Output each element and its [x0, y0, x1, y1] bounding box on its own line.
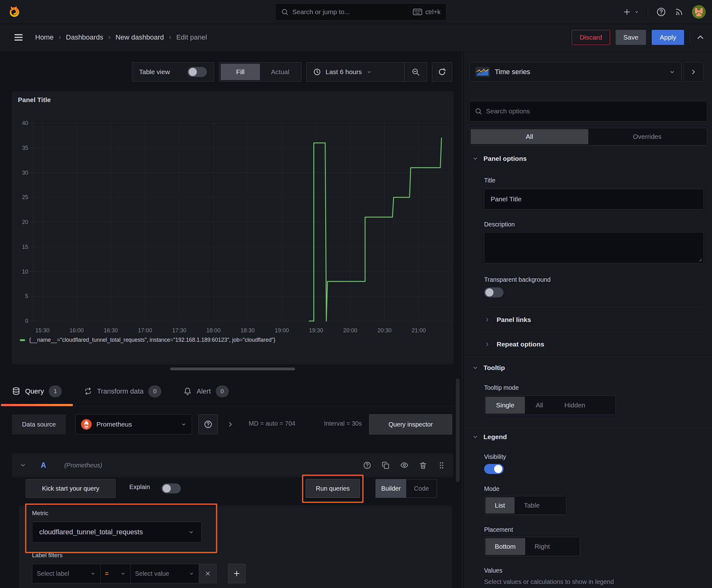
add-new-button[interactable] [623, 7, 640, 16]
explain-toggle[interactable] [161, 483, 181, 493]
fill-option[interactable]: Fill [221, 64, 260, 80]
tab-all-options[interactable]: All [471, 129, 588, 144]
collapse-options-button[interactable] [696, 33, 705, 42]
run-queries-button[interactable]: Run queries [306, 479, 360, 498]
panel-options-pane: Time series All Overrides Panel options … [464, 51, 712, 588]
repeat-options-label: Repeat options [497, 340, 544, 348]
legend-section-header[interactable]: Legend [472, 433, 507, 441]
query-row-actions [363, 461, 446, 469]
global-search-box[interactable]: ctrl+k [275, 3, 447, 21]
editor-tabs: Query 1 Transform data 0 Alert 0 [0, 377, 462, 406]
legend-mode-list-option[interactable]: List [486, 497, 515, 513]
query-collapse-button[interactable] [19, 462, 26, 469]
tooltip-hidden-option[interactable]: Hidden [554, 397, 596, 414]
breadcrumb-new-dashboard[interactable]: New dashboard [115, 33, 164, 41]
drag-handle-icon[interactable] [437, 461, 446, 469]
grafana-logo-icon[interactable] [7, 5, 21, 19]
tab-query[interactable]: Query 1 [1, 377, 73, 406]
discard-button[interactable]: Discard [572, 30, 610, 45]
tooltip-all-option[interactable]: All [525, 397, 554, 414]
search-shortcut-label: ctrl+k [425, 8, 440, 16]
legend-values-help: Select values or calculations to show in… [484, 578, 614, 586]
select-value-placeholder: Select value [135, 570, 186, 577]
placement-bottom-option[interactable]: Bottom [486, 538, 525, 555]
legend-header-label: Legend [483, 433, 507, 441]
toggle-visibility-eye-icon[interactable] [400, 461, 409, 469]
breadcrumb-dashboards[interactable]: Dashboards [66, 33, 103, 41]
query-ref-id[interactable]: A [41, 461, 46, 469]
chevron-down-icon [90, 571, 96, 576]
panel-resize-handle[interactable] [170, 368, 295, 370]
builder-option[interactable]: Builder [376, 479, 406, 498]
code-option[interactable]: Code [406, 479, 437, 498]
svg-text:15:30: 15:30 [36, 327, 50, 334]
options-search-box[interactable] [469, 101, 707, 122]
tooltip-section-header[interactable]: Tooltip [472, 364, 505, 372]
legend-placement-switch: Bottom Right [484, 537, 580, 556]
breadcrumb-separator-icon: › [59, 33, 61, 41]
zoom-out-time-button[interactable] [405, 63, 427, 81]
panel-links-section[interactable]: Panel links [484, 312, 531, 328]
query-options-interval[interactable]: Interval = 30s [324, 420, 362, 427]
legend-mode-table-option[interactable]: Table [515, 497, 549, 513]
select-label-dropdown[interactable]: Select label [32, 564, 101, 583]
time-range-picker[interactable]: Last 6 hours [307, 68, 404, 76]
repeat-options-section[interactable]: Repeat options [484, 336, 544, 352]
help-button[interactable] [656, 7, 666, 17]
apply-button[interactable]: Apply [652, 30, 684, 45]
panel-options-section-header[interactable]: Panel options [472, 155, 527, 162]
resize-corner-icon[interactable] [697, 257, 702, 261]
news-rss-button[interactable] [674, 7, 684, 17]
pane-divider [464, 427, 712, 427]
tooltip-mode-switch: Single All Hidden [484, 396, 616, 415]
toggle-viz-pane-button[interactable] [684, 62, 703, 82]
save-button[interactable]: Save [616, 30, 646, 45]
tab-transform[interactable]: Transform data 0 [73, 377, 172, 406]
options-scope-tabs: All Overrides [469, 128, 707, 145]
panel-title-input[interactable] [484, 189, 704, 210]
operator-dropdown[interactable]: = [101, 564, 131, 583]
topbar-actions [623, 0, 706, 24]
query-options-max-datapoints[interactable]: MD = auto = 704 [249, 420, 296, 427]
datasource-help-button[interactable] [198, 414, 218, 435]
global-search-input[interactable] [292, 8, 409, 16]
refresh-button[interactable] [432, 62, 452, 82]
placement-right-option[interactable]: Right [525, 538, 559, 555]
metric-select[interactable]: cloudflared_tunnel_total_requests [32, 522, 201, 543]
plus-icon [233, 569, 241, 578]
kick-start-query-button[interactable]: Kick start your query [26, 479, 115, 498]
svg-text:40: 40 [22, 120, 28, 126]
tooltip-single-option[interactable]: Single [486, 397, 525, 414]
tab-overrides[interactable]: Overrides [588, 129, 706, 144]
remove-filter-button[interactable] [199, 564, 217, 583]
timeseries-plot[interactable]: 051015202530354015:3016:0016:3017:0017:3… [12, 92, 454, 364]
svg-text:18:00: 18:00 [206, 327, 220, 334]
tab-alert[interactable]: Alert 0 [172, 377, 239, 406]
query-inspector-button[interactable]: Query inspector [369, 414, 452, 435]
legend-visibility-toggle[interactable] [484, 464, 503, 474]
top-nav-bar: ctrl+k [0, 0, 712, 24]
builder-code-switch: Builder Code [375, 479, 437, 498]
description-textarea[interactable] [484, 232, 704, 264]
duplicate-query-icon[interactable] [382, 461, 390, 469]
delete-query-trash-icon[interactable] [419, 461, 427, 469]
visualization-picker[interactable]: Time series [469, 62, 682, 82]
query-help-icon[interactable] [363, 461, 371, 469]
panel-options-header-label: Panel options [483, 155, 527, 162]
table-view-toggle[interactable] [188, 67, 207, 77]
actual-option[interactable]: Actual [261, 64, 300, 80]
scrollbar-thumb[interactable] [456, 378, 459, 482]
datasource-picker[interactable]: Prometheus [75, 414, 192, 435]
section-divider [484, 306, 704, 307]
breadcrumb-home[interactable]: Home [35, 33, 54, 41]
legend-series-label[interactable]: {__name__="cloudflared_tunnel_total_requ… [29, 337, 275, 343]
user-avatar[interactable] [692, 5, 706, 19]
query-options-expand-button[interactable] [226, 421, 234, 428]
options-search-input[interactable] [486, 107, 702, 115]
select-value-dropdown[interactable]: Select value [131, 564, 199, 583]
transparent-background-toggle[interactable] [484, 288, 503, 297]
legend-placement-label: Placement [484, 526, 513, 533]
transparent-background-label: Transparent background [484, 276, 551, 283]
add-filter-button[interactable] [228, 564, 245, 583]
menu-toggle-button[interactable] [13, 31, 24, 43]
